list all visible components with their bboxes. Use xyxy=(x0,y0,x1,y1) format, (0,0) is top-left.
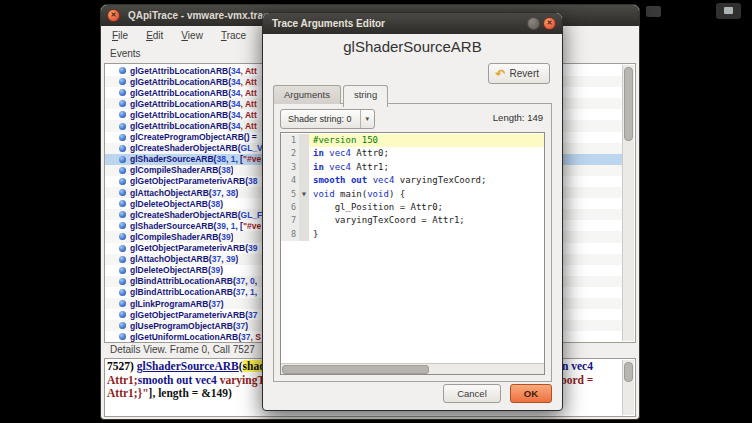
gl-call-icon xyxy=(119,289,126,296)
menu-item[interactable]: Edit xyxy=(137,28,172,43)
desktop-fragment xyxy=(646,6,661,17)
gl-call-icon xyxy=(119,178,126,185)
code-line-text: void main(void) { xyxy=(309,188,544,201)
event-row-text: glUseProgramObjectARB(37) xyxy=(130,321,248,331)
length-label: Length: 149 xyxy=(493,112,543,123)
event-row-text: glBindAttribLocationARB(37, 1, xyxy=(130,287,259,297)
code-line-text: #version 150 xyxy=(309,134,544,147)
event-row-text: glGetAttribLocationARB(34, Att xyxy=(130,121,257,131)
gl-call-icon xyxy=(119,200,126,207)
code-line[interactable]: 7 varyingTexCoord = Attr1; xyxy=(281,214,544,227)
dialog-buttons: Cancel OK xyxy=(443,384,552,403)
ok-button[interactable]: OK xyxy=(510,384,552,403)
code-line[interactable]: 4 smooth out vec4 varyingTexCoord; xyxy=(281,174,544,187)
gl-call-icon xyxy=(119,134,126,141)
gl-call-icon xyxy=(119,267,126,274)
tab[interactable]: Arguments xyxy=(273,85,341,104)
event-row-text: glAttachObjectARB(37, 38) xyxy=(130,188,238,198)
fold-marker-icon[interactable] xyxy=(299,161,309,174)
display-icon xyxy=(724,7,733,14)
shader-source-editor[interactable]: 1 #version 150 2 in vec4 Attr0; 3 xyxy=(280,132,545,375)
menu-item[interactable]: File xyxy=(103,28,137,43)
code-line-text: in vec4 Attr0; xyxy=(309,147,544,160)
gl-call-icon xyxy=(119,211,126,218)
window-title: QApiTrace - vmware-vmx.trace xyxy=(128,10,274,21)
close-icon[interactable]: ✕ xyxy=(543,17,556,30)
event-row-text: glGetAttribLocationARB(34, Att xyxy=(130,110,257,120)
event-row-text: glCompileShaderARB(38) xyxy=(130,165,233,175)
gl-call-icon xyxy=(119,300,126,307)
events-scrollbar[interactable] xyxy=(622,65,634,341)
event-row-text: glGetAttribLocationARB(34, Att xyxy=(130,77,257,87)
code-lines: 1 #version 150 2 in vec4 Attr0; 3 xyxy=(281,134,544,241)
gl-call-icon xyxy=(119,333,126,340)
event-row-text: glDeleteObjectARB(38) xyxy=(130,199,223,209)
event-row-text: glCreateShaderObjectARB(GL_F xyxy=(130,210,262,220)
close-icon[interactable]: ✕ xyxy=(107,9,120,22)
desktop: ✕ QApiTrace - vmware-vmx.trace File Edit… xyxy=(0,0,752,423)
code-line-text: gl_Position = Attr0; xyxy=(309,201,544,214)
fold-marker-icon[interactable] xyxy=(299,134,309,147)
event-row-text: glGetObjectParameterivARB(39 xyxy=(130,243,258,253)
gl-call-icon xyxy=(119,156,126,163)
gl-call-icon xyxy=(119,89,126,96)
events-scrollbar-thumb[interactable] xyxy=(624,67,633,141)
fold-marker-icon[interactable] xyxy=(299,228,309,241)
undo-icon: ↶ xyxy=(495,69,505,79)
menu-item[interactable]: Trace xyxy=(212,28,255,43)
tab-pane: Shader string: 0 ▾ Length: 149 1 #versio… xyxy=(273,103,552,382)
gl-call-icon xyxy=(119,222,126,229)
minimize-icon[interactable] xyxy=(527,17,540,30)
code-line[interactable]: 5 ▼ void main(void) { xyxy=(281,188,544,201)
event-row-text: glDeleteObjectARB(39) xyxy=(130,265,223,275)
gl-call-icon xyxy=(119,278,126,285)
editor-hscrollbar[interactable] xyxy=(281,363,544,374)
editor-hscrollbar-thumb[interactable] xyxy=(282,365,429,374)
gl-call-icon xyxy=(119,311,126,318)
gl-call-icon xyxy=(119,245,126,252)
event-row-text: glGetAttribLocationARB(34, Att xyxy=(130,99,257,109)
cancel-button[interactable]: Cancel xyxy=(443,384,501,403)
fold-marker-icon[interactable] xyxy=(299,214,309,227)
details-scrollbar[interactable] xyxy=(622,360,634,415)
line-number: 7 xyxy=(281,214,299,227)
code-line[interactable]: 3 in vec4 Attr1; xyxy=(281,161,544,174)
code-line[interactable]: 2 in vec4 Attr0; xyxy=(281,147,544,160)
details-scrollbar-thumb[interactable] xyxy=(624,362,633,382)
event-row-text: glLinkProgramARB(37) xyxy=(130,299,224,309)
gl-call-icon xyxy=(119,123,126,130)
fold-marker-icon[interactable] xyxy=(299,147,309,160)
fold-marker-icon[interactable] xyxy=(299,201,309,214)
revert-button[interactable]: ↶ Revert xyxy=(488,63,550,84)
fold-marker-icon[interactable] xyxy=(299,174,309,187)
details-label: Details View. Frame 0, Call 7527 xyxy=(110,344,255,355)
fold-marker-icon[interactable]: ▼ xyxy=(299,188,309,201)
code-line[interactable]: 8 } xyxy=(281,228,544,241)
code-line[interactable]: 1 #version 150 xyxy=(281,134,544,147)
desktop-fragment xyxy=(716,3,741,19)
line-number: 3 xyxy=(281,161,299,174)
shader-string-select-value: Shader string: 0 xyxy=(288,114,352,124)
events-label: Events xyxy=(110,48,141,59)
event-row-text: glGetAttribLocationARB(34, Att xyxy=(130,88,257,98)
code-line[interactable]: 6 gl_Position = Attr0; xyxy=(281,201,544,214)
event-row-text: glCreateShaderObjectARB(GL_V xyxy=(130,143,263,153)
gl-call-icon xyxy=(119,145,126,152)
event-row-text: glAttachObjectARB(37, 39) xyxy=(130,254,238,264)
event-row-text: glCreateProgramObjectARB() = xyxy=(130,132,259,142)
dialog-titlebar[interactable]: Trace Arguments Editor ✕ xyxy=(263,13,562,34)
call-name-heading: glShaderSourceARB xyxy=(263,38,562,55)
line-number: 4 xyxy=(281,174,299,187)
line-number: 6 xyxy=(281,201,299,214)
line-number: 8 xyxy=(281,228,299,241)
shader-string-select[interactable]: Shader string: 0 ▾ xyxy=(280,109,375,129)
event-row-text: glGetObjectParameterivARB(38 xyxy=(130,176,258,186)
line-number: 5 xyxy=(281,188,299,201)
menu-item[interactable]: View xyxy=(172,28,212,43)
code-line-text: smooth out vec4 varyingTexCoord; xyxy=(309,174,544,187)
gl-call-icon xyxy=(119,189,126,196)
gl-call-icon xyxy=(119,111,126,118)
tab[interactable]: string xyxy=(343,85,388,107)
event-row-text: glGetAttribLocationARB(34, Att xyxy=(130,66,257,76)
event-row-text: glCompileShaderARB(39) xyxy=(130,232,233,242)
